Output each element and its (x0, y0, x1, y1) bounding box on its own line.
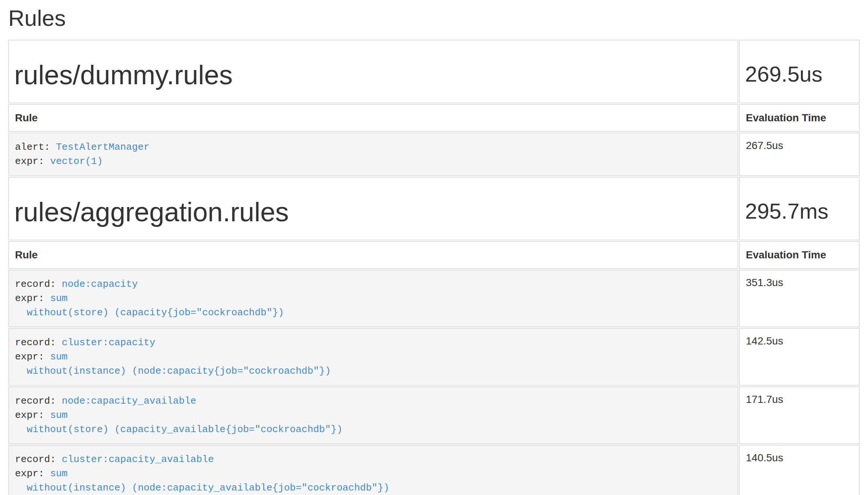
rule-eval-time: 351.3us (739, 270, 860, 327)
rule-group-file-cell: rules/aggregation.rules (8, 177, 738, 240)
rule-expr-link[interactable]: sum without(store) (capacity{job="cockro… (15, 293, 284, 318)
rule-name-link[interactable]: TestAlertManager (56, 142, 150, 153)
rules-table: rules/dummy.rules 269.5us Rule Evaluatio… (7, 39, 861, 495)
rule-group-file: rules/aggregation.rules (14, 198, 732, 227)
rule-definition: record: cluster:capacity expr: sum witho… (15, 335, 732, 378)
rule-definition: alert: TestAlertManager expr: vector(1) (15, 140, 732, 168)
rule-name-link[interactable]: cluster:capacity_available (62, 454, 214, 465)
column-header-row: Rule Evaluation Time (8, 104, 860, 132)
rule-cell: record: cluster:capacity expr: sum witho… (8, 328, 738, 386)
rule-row: record: cluster:capacity expr: sum witho… (8, 328, 860, 386)
page-title: Rules (8, 6, 861, 31)
expr-label: expr: (15, 293, 44, 304)
rule-column-header: Rule (8, 104, 738, 132)
rule-column-header: Rule (8, 241, 738, 269)
eval-time-column-header: Evaluation Time (739, 241, 860, 269)
rule-expr-link[interactable]: vector(1) (50, 156, 103, 167)
rule-kind-label: record: (15, 395, 56, 407)
rule-kind-label: record: (15, 337, 56, 348)
rule-definition: record: node:capacity_available expr: su… (15, 394, 732, 437)
rule-row: record: cluster:capacity_available expr:… (8, 445, 860, 495)
expr-label: expr: (15, 156, 44, 167)
rule-kind-label: record: (15, 279, 56, 290)
rule-group-header-row: rules/aggregation.rules 295.7ms (8, 177, 860, 240)
rule-expr-link[interactable]: sum without(store) (capacity_available{j… (15, 410, 343, 435)
expr-label: expr: (15, 351, 44, 362)
rules-table-body: rules/dummy.rules 269.5us Rule Evaluatio… (8, 40, 860, 495)
rule-definition: record: cluster:capacity_available expr:… (15, 452, 732, 495)
rule-name-link[interactable]: node:capacity_available (62, 395, 196, 407)
rule-group-eval-time-cell: 295.7ms (739, 177, 860, 240)
rule-kind-label: alert: (15, 142, 50, 153)
expr-label: expr: (15, 410, 44, 421)
rule-group-eval-time: 295.7ms (745, 199, 854, 223)
rules-page: Rules rules/dummy.rules 269.5us Rule Eva… (0, 6, 868, 495)
rule-kind-label: record: (15, 454, 56, 465)
rule-row: record: node:capacity_available expr: su… (8, 386, 860, 444)
column-header-row: Rule Evaluation Time (8, 241, 860, 269)
expr-label: expr: (15, 468, 44, 479)
rule-group-eval-time: 269.5us (745, 62, 854, 86)
rule-definition: record: node:capacity expr: sum without(… (15, 277, 732, 320)
rule-name-link[interactable]: node:capacity (62, 279, 138, 290)
rule-group-file-cell: rules/dummy.rules (8, 40, 738, 103)
rule-eval-time: 267.5us (739, 133, 860, 176)
rule-eval-time: 140.5us (739, 445, 860, 495)
rule-cell: alert: TestAlertManager expr: vector(1) (8, 133, 738, 176)
rule-cell: record: node:capacity_available expr: su… (8, 386, 738, 444)
rule-cell: record: node:capacity expr: sum without(… (8, 270, 738, 327)
rule-cell: record: cluster:capacity_available expr:… (8, 445, 738, 495)
eval-time-column-header: Evaluation Time (739, 104, 860, 132)
rule-group-file: rules/dummy.rules (14, 61, 732, 90)
rule-row: record: node:capacity expr: sum without(… (8, 270, 860, 327)
rule-group-eval-time-cell: 269.5us (739, 40, 860, 103)
rule-row: alert: TestAlertManager expr: vector(1) … (8, 133, 860, 176)
rule-eval-time: 171.7us (739, 386, 860, 444)
rule-expr-link[interactable]: sum without(instance) (node:capacity{job… (15, 351, 331, 377)
rule-eval-time: 142.5us (739, 328, 860, 386)
rule-group-header-row: rules/dummy.rules 269.5us (8, 40, 860, 103)
rule-expr-link[interactable]: sum without(instance) (node:capacity_ava… (15, 468, 389, 494)
rule-name-link[interactable]: cluster:capacity (62, 337, 156, 348)
